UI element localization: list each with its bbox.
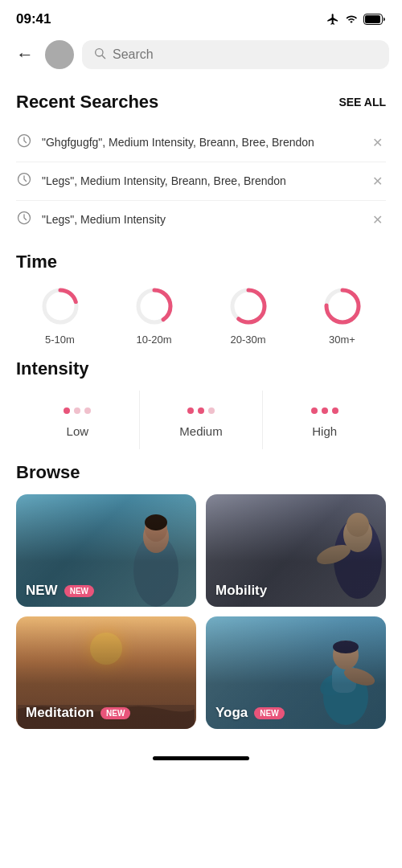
close-icon[interactable]: ✕: [369, 170, 386, 192]
svg-rect-1: [365, 15, 380, 23]
dot-filled: [332, 407, 338, 414]
avatar: [45, 40, 74, 69]
intensity-section: Intensity Low Medium: [0, 358, 402, 449]
browse-card-meditation[interactable]: Meditation NEW: [16, 616, 196, 729]
intensity-card-low[interactable]: Low: [16, 391, 140, 449]
browse-card-title-mobility: Mobility: [215, 583, 267, 599]
time-title: Time: [16, 252, 57, 272]
intensity-title: Intensity: [16, 358, 88, 379]
browse-card-new[interactable]: NEW NEW: [16, 494, 196, 607]
home-bar: [153, 756, 249, 760]
time-card-10-20[interactable]: 10-20m: [110, 284, 198, 346]
time-label-10-20: 10-20m: [136, 334, 171, 346]
dot-filled: [187, 407, 194, 414]
search-item-text: "Legs", Medium Intensity, Breann, Bree, …: [42, 174, 359, 190]
dot-filled: [322, 407, 328, 414]
recent-searches-title: Recent Searches: [16, 92, 158, 113]
time-label-20-30: 20-30m: [230, 334, 265, 346]
intensity-label-medium: Medium: [179, 424, 222, 438]
intensity-label-low: Low: [67, 424, 89, 438]
intensity-card-medium[interactable]: Medium: [140, 391, 264, 449]
recent-searches-header: Recent Searches SEE ALL: [16, 92, 386, 113]
time-card-20-30[interactable]: 20-30m: [204, 284, 292, 346]
dot-filled: [64, 407, 70, 414]
search-item-text: "Ghgfgugfg", Medium Intensity, Breann, B…: [42, 135, 359, 151]
dot-empty: [208, 407, 215, 414]
search-input[interactable]: [113, 47, 378, 62]
intensity-header: Intensity: [16, 358, 386, 379]
time-cards: 5-10m 10-20m 20-30m: [16, 284, 386, 346]
dot-empty: [74, 407, 80, 414]
browse-grid: NEW NEW Mobility: [16, 494, 386, 729]
browse-card-content-mobility: Mobility: [215, 583, 267, 599]
status-time: 09:41: [16, 11, 51, 27]
intensity-dots-low: [64, 403, 91, 418]
browse-card-title-yoga: Yoga: [215, 705, 248, 721]
new-badge-new: NEW: [64, 585, 94, 597]
close-icon[interactable]: ✕: [369, 209, 386, 231]
intensity-card-high[interactable]: High: [263, 391, 386, 449]
status-icons: [326, 13, 386, 26]
svg-line-3: [102, 55, 105, 59]
header: ←: [0, 35, 402, 79]
time-card-30plus[interactable]: 30m+: [298, 284, 386, 346]
airplane-icon: [326, 13, 339, 26]
browse-title: Browse: [16, 462, 80, 483]
intensity-dots-medium: [187, 403, 215, 418]
new-badge-meditation: NEW: [100, 707, 130, 719]
search-item: "Legs", Medium Intensity ✕: [16, 201, 386, 239]
browse-card-content-new: NEW NEW: [26, 583, 94, 599]
dot-filled: [198, 407, 204, 414]
search-item: "Legs", Medium Intensity, Breann, Bree, …: [16, 162, 386, 201]
back-button[interactable]: ←: [13, 41, 37, 68]
time-section: Time 5-10m 10-20m: [0, 252, 402, 346]
clock-icon: [16, 171, 32, 191]
clock-icon: [16, 210, 32, 230]
wifi-icon: [344, 14, 359, 25]
time-donut-5-10: [38, 284, 83, 329]
intensity-cards: Low Medium High: [16, 391, 386, 449]
time-donut-10-20: [132, 284, 177, 329]
recent-searches-section: Recent Searches SEE ALL "Ghgfgugfg", Med…: [0, 92, 402, 239]
browse-card-title-new: NEW: [26, 583, 58, 599]
time-donut-30plus: [320, 284, 365, 329]
time-label-5-10: 5-10m: [45, 334, 75, 346]
intensity-dots-high: [311, 403, 338, 418]
dot-filled: [311, 407, 318, 414]
time-header: Time: [16, 252, 386, 272]
dot-empty: [84, 407, 91, 414]
status-bar: 09:41: [0, 0, 402, 35]
see-all-button[interactable]: SEE ALL: [338, 96, 386, 108]
search-item-text: "Legs", Medium Intensity: [42, 212, 359, 228]
browse-card-mobility[interactable]: Mobility: [206, 494, 386, 607]
browse-card-title-meditation: Meditation: [26, 705, 94, 721]
clock-icon: [16, 133, 32, 153]
browse-section: Browse NEW NEW: [0, 462, 402, 729]
search-icon: [93, 47, 106, 63]
browse-card-content-yoga: Yoga NEW: [215, 705, 285, 721]
search-bar[interactable]: [82, 40, 389, 69]
home-indicator: [0, 748, 402, 773]
browse-card-content-meditation: Meditation NEW: [26, 705, 130, 721]
search-item: "Ghgfgugfg", Medium Intensity, Breann, B…: [16, 124, 386, 162]
intensity-label-high: High: [312, 424, 337, 438]
browse-header: Browse: [16, 462, 386, 483]
time-label-30plus: 30m+: [329, 334, 355, 346]
browse-card-yoga[interactable]: Yoga NEW: [206, 616, 386, 729]
new-badge-yoga: NEW: [254, 707, 284, 719]
close-icon[interactable]: ✕: [369, 132, 386, 154]
battery-icon: [363, 14, 386, 25]
time-card-5-10[interactable]: 5-10m: [16, 284, 104, 346]
time-donut-20-30: [226, 284, 271, 329]
